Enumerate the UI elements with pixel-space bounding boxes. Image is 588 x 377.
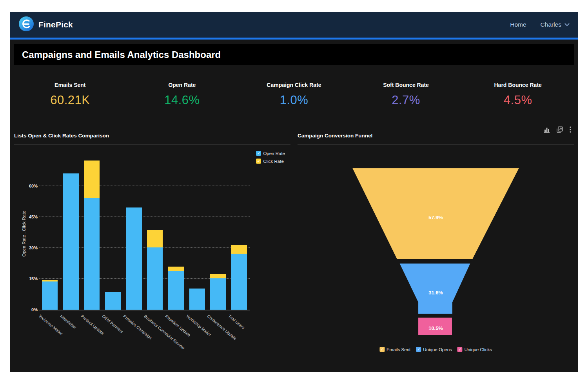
- legend-item[interactable]: ✓Unique Clicks: [457, 347, 492, 352]
- kpi-card: Open Rate14.6%: [126, 82, 238, 124]
- funnel-stage[interactable]: [352, 168, 519, 259]
- y-tick-label: 30%: [27, 245, 38, 250]
- bar-segment-click-rate[interactable]: [231, 245, 247, 254]
- charts-row: Lists Open & Click Rates Comparison Open…: [14, 124, 574, 362]
- page-title: Campaigns and Emails Analytics Dashboard: [22, 49, 221, 60]
- bar-segment-open-rate[interactable]: [168, 271, 184, 310]
- bar-segment-open-rate[interactable]: [105, 292, 121, 310]
- page-background: FinePick Home Charles Campaigns and Emai…: [0, 0, 588, 377]
- finepick-logo-icon: [18, 16, 34, 33]
- y-axis-title: Open Rate , Click Rate: [22, 211, 26, 257]
- widget-toolbar: [543, 126, 572, 133]
- bar-segment-open-rate[interactable]: [147, 247, 163, 310]
- funnel-body: 57.9%31.6%10.5% ✓Emails Sent✓Unique Open…: [298, 144, 574, 362]
- funnel-legend: ✓Emails Sent✓Unique Opens✓Unique Clicks: [379, 347, 492, 352]
- funnel-widget: Campaign Conversion Funnel: [298, 124, 574, 362]
- funnel-stage-label: 10.5%: [428, 325, 443, 331]
- legend-checkbox[interactable]: ✓: [416, 347, 421, 352]
- kpi-label: Open Rate: [126, 82, 238, 88]
- bar-segment-open-rate[interactable]: [63, 173, 79, 310]
- bar-segment-click-rate[interactable]: [42, 280, 58, 281]
- kpi-label: Campaign Click Rate: [238, 82, 350, 88]
- kpi-card: Campaign Click Rate1.0%: [238, 82, 350, 124]
- kpi-card: Soft Bounce Rate2.7%: [350, 82, 462, 124]
- kpi-row: Emails Sent60.21KOpen Rate14.6%Campaign …: [14, 71, 574, 124]
- legend-label: Open Rate: [263, 151, 285, 156]
- legend-checkbox[interactable]: ✓: [256, 159, 261, 164]
- bar-segment-open-rate[interactable]: [189, 289, 205, 310]
- legend-label: Unique Opens: [423, 347, 452, 352]
- legend-label: Click Rate: [263, 159, 283, 164]
- bar-chart-title: Lists Open & Click Rates Comparison: [14, 133, 290, 139]
- bar-segment-click-rate[interactable]: [147, 230, 163, 248]
- brand-name: FinePick: [38, 20, 73, 29]
- kpi-value: 60.21K: [14, 93, 126, 107]
- legend-item[interactable]: ✓Emails Sent: [379, 347, 410, 352]
- legend-label: Unique Clicks: [465, 347, 492, 352]
- bar-chart-header: Lists Open & Click Rates Comparison: [14, 124, 290, 144]
- legend-checkbox[interactable]: ✓: [256, 151, 261, 156]
- bar-segment-click-rate[interactable]: [210, 274, 226, 278]
- kpi-value: 1.0%: [238, 93, 350, 107]
- bar-segment-click-rate[interactable]: [168, 267, 184, 271]
- bar-segment-click-rate[interactable]: [84, 161, 100, 198]
- funnel-canvas: 57.9%31.6%10.5%: [298, 144, 574, 340]
- funnel-stage-label: 57.9%: [428, 215, 443, 220]
- legend-item[interactable]: ✓Open Rate: [256, 151, 285, 156]
- y-tick-label: 60%: [27, 184, 38, 188]
- x-axis-label: Newsletter: [59, 314, 77, 330]
- bar-plot-area: 0%15%30%45%60%Welcome MailerNewsletterPr…: [39, 158, 250, 310]
- kpi-label: Emails Sent: [14, 82, 126, 88]
- legend-label: Emails Sent: [387, 347, 410, 352]
- kpi-value: 2.7%: [350, 93, 462, 107]
- bar-chart-legend: ✓Open Rate✓Click Rate: [256, 151, 285, 164]
- kpi-value: 14.6%: [126, 93, 238, 107]
- x-axis-label: Business Connector Review: [143, 314, 186, 350]
- nav-right: Home Charles: [510, 21, 570, 28]
- bar-segment-open-rate[interactable]: [126, 207, 142, 310]
- y-tick-label: 15%: [27, 276, 38, 281]
- bar-chart-widget: Lists Open & Click Rates Comparison Open…: [14, 124, 290, 362]
- top-navbar: FinePick Home Charles: [10, 12, 578, 38]
- bar-segment-open-rate[interactable]: [42, 281, 58, 310]
- title-band: Campaigns and Emails Analytics Dashboard: [14, 44, 574, 65]
- bar-segment-open-rate[interactable]: [210, 278, 226, 310]
- dashboard: Campaigns and Emails Analytics Dashboard…: [10, 40, 578, 372]
- funnel-stage-label: 31.6%: [428, 290, 443, 296]
- y-tick-label: 0%: [27, 307, 38, 312]
- app-window: FinePick Home Charles Campaigns and Emai…: [10, 12, 578, 372]
- brand[interactable]: FinePick: [18, 16, 73, 33]
- x-axis-label: Trial Users: [227, 314, 245, 330]
- kpi-label: Soft Bounce Rate: [350, 82, 462, 88]
- y-tick-label: 45%: [27, 215, 38, 219]
- bar-chart-icon[interactable]: [543, 126, 550, 133]
- kpi-value: 4.5%: [462, 93, 574, 107]
- bar-segment-open-rate[interactable]: [231, 254, 247, 310]
- legend-item[interactable]: ✓Click Rate: [256, 159, 285, 164]
- open-in-new-icon[interactable]: [556, 126, 563, 133]
- kpi-card: Emails Sent60.21K: [14, 82, 126, 124]
- user-menu[interactable]: Charles: [541, 21, 570, 28]
- x-axis-label: OEM Partners: [101, 314, 124, 334]
- chevron-down-icon: [564, 21, 570, 28]
- bar-segment-open-rate[interactable]: [84, 198, 100, 310]
- kpi-card: Hard Bounce Rate4.5%: [462, 82, 574, 124]
- kpi-label: Hard Bounce Rate: [462, 82, 574, 88]
- legend-checkbox[interactable]: ✓: [457, 347, 463, 352]
- user-name: Charles: [541, 21, 561, 28]
- kebab-menu-icon[interactable]: [569, 126, 572, 133]
- legend-item[interactable]: ✓Unique Opens: [416, 347, 452, 352]
- funnel-title: Campaign Conversion Funnel: [298, 133, 574, 139]
- nav-link-home[interactable]: Home: [510, 21, 526, 28]
- funnel-stage[interactable]: [400, 263, 470, 314]
- legend-checkbox[interactable]: ✓: [379, 347, 385, 352]
- bar-chart-body: Open Rate , Click Rate 0%15%30%45%60%Wel…: [14, 144, 290, 362]
- funnel-header: Campaign Conversion Funnel: [298, 124, 574, 144]
